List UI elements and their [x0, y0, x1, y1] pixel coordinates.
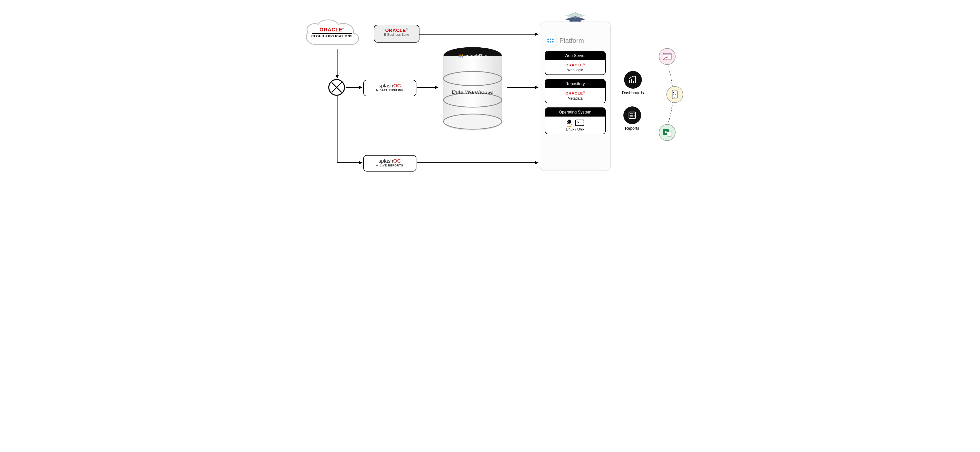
oracle-ebs-node: ORACLE® E-Business Suite [374, 25, 420, 43]
svg-point-3 [444, 114, 502, 129]
platform-title: Platform [560, 37, 584, 45]
arrow-to-live [335, 160, 363, 167]
svg-point-14 [568, 121, 569, 121]
arrow-merge-to-pipeline [346, 84, 363, 91]
platform-panel: Platform Web Server ORACLE® WebLogic Rep… [540, 22, 611, 171]
svg-marker-40 [435, 86, 439, 89]
linux-penguin-icon [566, 119, 573, 127]
oracle-brand-text: ORACLE [385, 28, 406, 33]
svg-point-29 [674, 97, 675, 98]
oracle-brand-text: ORACLE [320, 27, 342, 32]
dashboards-output: Dashboards [622, 71, 644, 95]
splashbi-logo: splashBI® [458, 53, 487, 59]
mini-excel-icon: X [659, 124, 676, 141]
terminal-icon [575, 119, 584, 126]
arrow-live-to-platform [417, 160, 539, 167]
svg-rect-26 [673, 92, 674, 93]
svg-rect-28 [675, 94, 676, 95]
svg-marker-47 [535, 161, 539, 164]
svg-point-7 [570, 14, 571, 15]
arrow-cloud-down [333, 49, 341, 78]
splash-oc-live-node: splashOC ⟳ LIVE REPORTS [363, 155, 417, 172]
arrow-dw-to-platform [507, 84, 539, 91]
arrow-pipeline-to-dw [417, 84, 439, 91]
mini-mobile-icon [667, 86, 683, 103]
svg-marker-45 [359, 161, 363, 164]
reports-output: Reports [624, 107, 641, 131]
svg-rect-24 [663, 53, 671, 55]
ebs-label: E-Business Suite [379, 33, 415, 37]
svg-point-18 [570, 126, 572, 127]
data-warehouse-node: splashBI® Data Warehouse [440, 46, 506, 134]
svg-point-17 [566, 126, 569, 127]
oracle-cloud-applications-node: ORACLE® CLOUD APPLICATIONS [302, 17, 363, 50]
warehouse-label: Data Warehouse [440, 89, 506, 95]
svg-point-8 [572, 13, 573, 14]
svg-point-20 [632, 76, 633, 77]
svg-marker-6 [565, 13, 585, 19]
svg-text:X: X [665, 130, 667, 134]
merge-icon [328, 79, 345, 96]
svg-point-13 [567, 119, 571, 124]
svg-point-15 [570, 121, 570, 121]
svg-marker-36 [336, 75, 339, 78]
arrow-ebs-to-platform [420, 30, 539, 38]
svg-marker-34 [535, 32, 539, 36]
registered-mark: ® [342, 28, 344, 30]
stack-repository: Repository ORACLE® Metadata [545, 79, 606, 103]
svg-marker-42 [535, 86, 539, 89]
svg-rect-27 [673, 94, 674, 95]
svg-point-10 [577, 13, 578, 14]
arrow-merge-down [335, 96, 340, 163]
chart-icon [624, 71, 642, 89]
svg-rect-32 [667, 132, 672, 136]
stack-os: Operating System Linux / Unix [545, 107, 606, 134]
list-icon [624, 107, 641, 124]
svg-point-11 [580, 14, 581, 15]
svg-point-19 [629, 78, 630, 79]
cloud-apps-label: CLOUD APPLICATIONS [302, 34, 363, 38]
svg-point-9 [575, 12, 576, 13]
splash-oc-pipeline-node: splashOC ↳ DATA PIPELINE [363, 80, 417, 96]
stack-web-server: Web Server ORACLE® WebLogic [545, 51, 606, 75]
mini-dashboard-icon [659, 48, 676, 65]
svg-point-21 [635, 76, 636, 77]
svg-marker-38 [359, 86, 363, 89]
platform-logo-icon [545, 35, 557, 46]
